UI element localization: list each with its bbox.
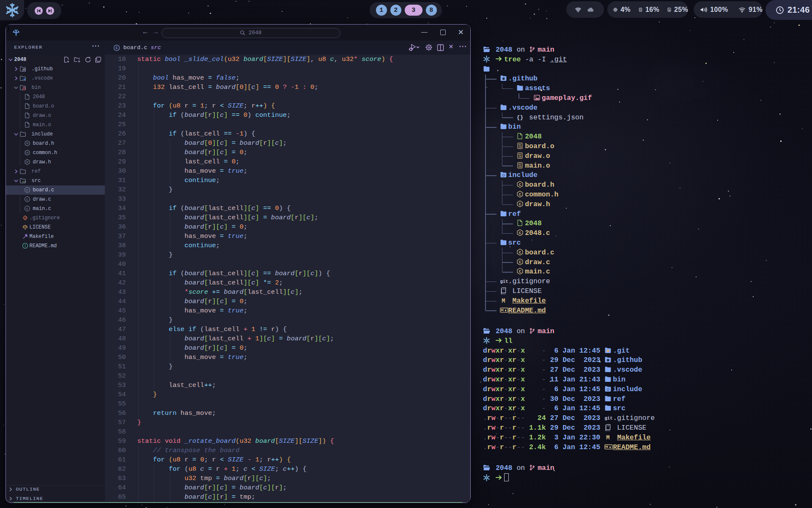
svg-text:C: C bbox=[115, 46, 118, 50]
svg-text:H: H bbox=[26, 151, 28, 155]
svg-text:C: C bbox=[26, 188, 28, 192]
svg-text:C: C bbox=[26, 207, 28, 211]
svg-text:H: H bbox=[26, 160, 28, 164]
svg-text:H: H bbox=[26, 142, 28, 145]
svg-text:C: C bbox=[26, 198, 28, 202]
